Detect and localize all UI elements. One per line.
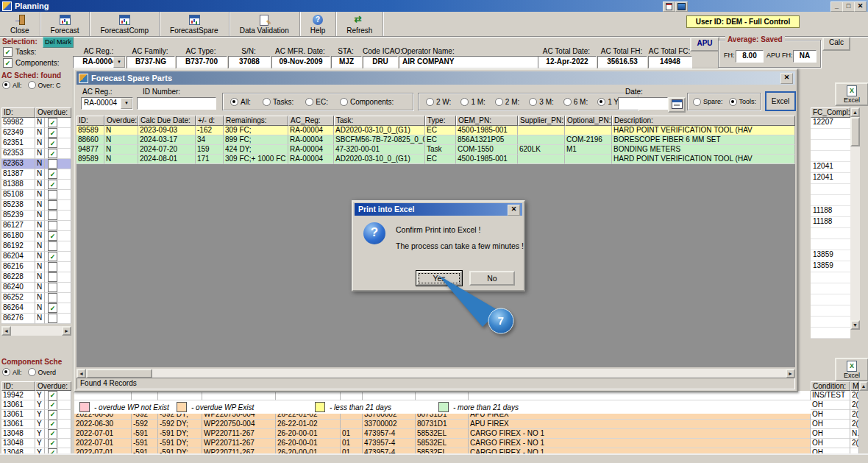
table-row[interactable]: OH N..: [811, 429, 859, 439]
radio-option[interactable]: 6 M:: [563, 98, 588, 106]
table-row[interactable]: 86127 N: [1, 221, 71, 231]
spare-date-input[interactable]: [618, 97, 668, 110]
excel-button-bottom[interactable]: Excel: [835, 358, 868, 381]
spare-id-number-input[interactable]: [137, 97, 216, 110]
table-row[interactable]: 13048 Y ✓: [1, 448, 71, 453]
row-checkbox[interactable]: [48, 221, 57, 230]
row-checkbox[interactable]: [48, 211, 57, 220]
row-checkbox[interactable]: [48, 272, 57, 282]
table-row[interactable]: 85239 N: [1, 211, 71, 221]
row-checkbox[interactable]: ✓: [48, 448, 57, 453]
radio-icon[interactable]: [2, 81, 10, 89]
row-checkbox[interactable]: ✓: [48, 391, 57, 400]
row-checkbox[interactable]: ✓: [48, 252, 57, 261]
radio-option[interactable]: Overd: [28, 368, 57, 376]
row-checkbox[interactable]: [48, 190, 57, 199]
table-row[interactable]: 86204 N ✓: [1, 252, 71, 262]
radio-icon[interactable]: [263, 98, 271, 106]
table-row[interactable]: 2022-07-01 -591 -591 DY; WP220711-267 26…: [74, 448, 811, 453]
row-checkbox[interactable]: ✓: [48, 138, 57, 148]
table-row[interactable]: 62351 N ✓: [1, 138, 71, 149]
scroll-up-icon[interactable]: ▲: [859, 381, 868, 391]
radio-option[interactable]: Spare:: [693, 98, 723, 106]
table-row[interactable]: INS/TEST 2(: [811, 391, 859, 400]
table-row[interactable]: 86216 N: [1, 262, 71, 272]
radio-icon[interactable]: [340, 98, 348, 106]
scroll-track[interactable]: [11, 326, 62, 336]
radio-icon[interactable]: [693, 98, 701, 106]
table-row[interactable]: 59982 N ✓: [1, 118, 71, 128]
radio-icon[interactable]: [28, 81, 36, 89]
table-row[interactable]: OH 2(: [811, 400, 859, 410]
table-row[interactable]: 13048 Y ✓: [1, 439, 71, 448]
radio-icon[interactable]: [305, 98, 313, 106]
radio-option[interactable]: 2 W:: [426, 98, 451, 106]
table-row[interactable]: 2022-07-01 -591 -591 DY; WP220711-267 26…: [74, 439, 811, 448]
maximize-button[interactable]: □: [842, 1, 855, 12]
filter-checkbox-row[interactable]: ✓ Tasks:: [3, 46, 59, 57]
table-row[interactable]: OH 2(: [811, 420, 859, 429]
row-checkbox[interactable]: ✓: [48, 231, 57, 241]
radio-icon[interactable]: [529, 98, 537, 106]
row-checkbox[interactable]: ✓: [48, 169, 57, 179]
radio-icon[interactable]: [597, 98, 605, 106]
row-checkbox[interactable]: ✓: [48, 128, 57, 138]
spare-ac-reg-dropdown[interactable]: RA-00004 ▼: [81, 97, 133, 110]
table-row[interactable]: 89589 N 2023-09-03 -162 309 FC; RA-00004…: [77, 126, 795, 135]
radio-icon[interactable]: [2, 368, 10, 376]
excel-button-top[interactable]: Excel: [835, 82, 868, 106]
ac-reg-dropdown[interactable]: RA-00004 ▼: [73, 56, 126, 68]
fc-vscrollbar[interactable]: ▲ ▼: [850, 107, 860, 330]
row-checkbox[interactable]: ✓: [48, 410, 57, 420]
radio-option[interactable]: All:: [230, 98, 251, 106]
table-row[interactable]: 86252 N: [1, 293, 71, 303]
table-row[interactable]: 19942 Y ✓: [1, 391, 71, 400]
radio-option[interactable]: All:: [2, 81, 22, 89]
row-checkbox[interactable]: [48, 159, 57, 169]
table-row[interactable]: 2022-07-01 -591 -591 DY; WP220711-267 26…: [74, 429, 811, 439]
fh-value[interactable]: 8.00: [736, 50, 764, 63]
radio-icon[interactable]: [495, 98, 503, 106]
radio-option[interactable]: 1 M:: [460, 98, 485, 106]
row-checkbox[interactable]: [48, 314, 57, 323]
radio-option[interactable]: 1 Y:: [597, 98, 620, 106]
radio-icon[interactable]: [426, 98, 434, 106]
row-checkbox[interactable]: ✓: [48, 149, 57, 158]
radio-option[interactable]: Tools:: [729, 98, 757, 106]
radio-option[interactable]: Tasks:: [263, 98, 294, 106]
scroll-up-icon[interactable]: ▲: [850, 107, 860, 117]
radio-option[interactable]: All:: [2, 368, 22, 376]
table-row[interactable]: 62349 N ✓: [1, 128, 71, 138]
title-tool-icon-1[interactable]: [663, 1, 675, 12]
minimize-button[interactable]: _: [830, 1, 843, 12]
table-row[interactable]: 81387 N ✓: [1, 169, 71, 180]
table-row[interactable]: 88660 N 2024-03-17 34 899 FC; RA-00004 S…: [77, 135, 795, 145]
row-checkbox[interactable]: ✓: [48, 303, 57, 313]
table-row[interactable]: 62353 N ✓: [1, 149, 71, 159]
radio-icon[interactable]: [460, 98, 469, 106]
toolbar-button[interactable]: ForecastSpare: [160, 12, 230, 36]
row-checkbox[interactable]: [48, 200, 57, 210]
row-checkbox[interactable]: ✓: [48, 180, 57, 189]
table-row[interactable]: 13061 Y ✓: [1, 400, 71, 410]
table-row[interactable]: 81388 N ✓: [1, 180, 71, 190]
title-tool-icon-2[interactable]: [675, 1, 688, 12]
table-row[interactable]: 86264 N ✓: [1, 303, 71, 314]
table-row[interactable]: 13048 Y ✓: [1, 429, 71, 439]
close-icon[interactable]: ✕: [508, 205, 520, 216]
apu-fh-value[interactable]: NA: [793, 50, 817, 63]
table-row[interactable]: 13061 Y ✓: [1, 420, 71, 429]
table-row[interactable]: 85108 N: [1, 190, 71, 200]
row-checkbox[interactable]: ✓: [48, 400, 57, 410]
dropdown-arrow-icon[interactable]: ▼: [113, 57, 125, 68]
close-icon[interactable]: ✕: [780, 73, 793, 84]
toolbar-button[interactable]: Refresh: [336, 12, 383, 36]
checkbox[interactable]: ✓: [3, 58, 13, 68]
table-row[interactable]: OH: [811, 448, 859, 453]
row-checkbox[interactable]: ✓: [48, 420, 57, 429]
radio-icon[interactable]: [28, 368, 36, 376]
toolbar-button[interactable]: ForecastComp: [90, 12, 160, 36]
row-checkbox[interactable]: [48, 262, 57, 272]
table-row[interactable]: 62363 N: [1, 159, 71, 169]
table-row[interactable]: 2022-06-30 -592 -592 DY; WP220750-004 26…: [74, 420, 811, 429]
